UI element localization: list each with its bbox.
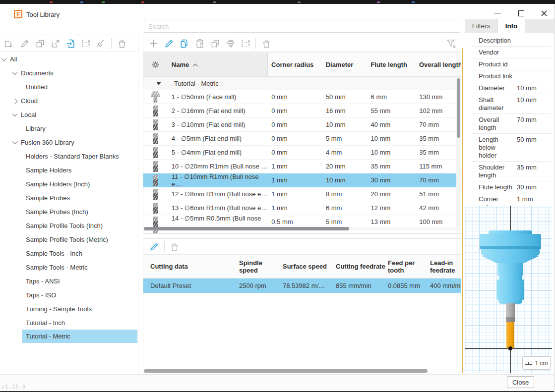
chevron-down-icon[interactable] — [12, 69, 17, 75]
new-library-icon[interactable] — [4, 38, 14, 49]
column-header-overall-length[interactable]: Overall length — [418, 53, 461, 76]
toolbar-divider — [164, 241, 165, 252]
duplicate-tool-icon[interactable] — [210, 39, 220, 49]
edit-preset-icon[interactable] — [149, 242, 159, 252]
face-mill-icon — [151, 91, 160, 103]
delete-tool-icon[interactable] — [261, 39, 271, 49]
tool-row-selected[interactable]: 11 - ∅10mm R1mm (Bull nose e… 1 mm 10 mm… — [143, 173, 461, 187]
tree-item-sample-tools-metric[interactable]: Sample Tools - Metric — [0, 260, 138, 274]
tool-group-row[interactable]: Tutorial - Metric — [143, 77, 461, 90]
library-tree: All Documents Untitled Cloud Local Libra… — [0, 52, 138, 374]
property-value: 10 mm — [515, 94, 551, 113]
column-header-diameter[interactable]: Diameter — [322, 53, 370, 76]
tool-row[interactable]: 3 - ∅10mm (Flat end mill) 0 mm 10 mm 40 … — [143, 118, 461, 132]
tool-tip-point — [508, 346, 512, 350]
column-header-name[interactable]: Name — [168, 53, 268, 76]
tree-item-sample-holders[interactable]: Sample Holders — [0, 163, 138, 177]
tool-row[interactable]: 5 - ∅4mm (Flat end mill) 0 mm 4 mm 10 mm… — [143, 146, 461, 160]
desktop-background-strip — [0, 0, 555, 4]
tree-item-documents[interactable]: Documents — [0, 66, 138, 80]
scrollbar-thumb[interactable] — [457, 78, 460, 138]
tab-filters[interactable]: Filters — [465, 19, 497, 33]
clear-filter-icon[interactable] — [446, 38, 457, 49]
toolbar-divider — [111, 38, 112, 49]
tree-item-tutorial-inch[interactable]: Tutorial - Inch — [0, 316, 138, 330]
chevron-down-icon[interactable] — [12, 139, 17, 144]
tree-item-cloud[interactable]: Cloud — [0, 94, 138, 108]
maximize-button[interactable] — [514, 8, 529, 19]
property-value: 10 mm — [515, 82, 551, 94]
tree-item-untitled[interactable]: Untitled — [0, 80, 138, 94]
tool-row[interactable]: 10 - ∅20mm R1mm (Bull nose … 1 mm 20 mm … — [143, 160, 461, 173]
column-settings-cell[interactable] — [143, 53, 168, 76]
renumber-tools-icon[interactable]: 1→62→7 — [81, 40, 90, 48]
preset-row-selected[interactable]: Default Preset 2500 rpm 78.53982 m/… 855… — [143, 279, 461, 293]
tool-table-vertical-scrollbar[interactable] — [456, 77, 461, 226]
tool-preview-canvas[interactable]: 1 cm — [465, 206, 552, 373]
property-label: Shoulder length — [472, 162, 515, 181]
tool-row[interactable]: 13 - ∅6mm R1mm (Bull nose e… 1 mm 6 mm 1… — [143, 201, 461, 215]
tree-item-fusion-360-library[interactable]: Fusion 360 Library — [0, 135, 138, 149]
tree-item-sample-probes[interactable]: Sample Probes — [0, 191, 138, 205]
tree-item-sample-probes-inch[interactable]: Sample Probes (Inch) — [0, 205, 138, 219]
tool-row[interactable]: 4 - ∅5mm (Flat end mill) 0 mm 5 mm 10 mm… — [143, 132, 461, 146]
cutting-data-section: Cutting data Spindle speed Surface speed… — [143, 238, 461, 373]
tree-item-library[interactable]: Library — [0, 121, 138, 135]
property-value — [515, 35, 551, 46]
tree-item-all[interactable]: All — [0, 52, 138, 66]
delete-library-icon[interactable] — [117, 39, 127, 49]
tree-item-holders-standard-taper-blanks[interactable]: Holders - Standard Taper Blanks — [0, 149, 138, 163]
scrollbar-thumb[interactable] — [144, 227, 349, 230]
property-label: Flute length — [472, 181, 515, 193]
gear-icon[interactable] — [151, 60, 160, 69]
edit-library-icon[interactable] — [20, 39, 30, 49]
export-library-icon[interactable] — [51, 39, 61, 49]
column-header-corner-radius[interactable]: Corner radius — [268, 53, 322, 76]
tab-info[interactable]: Info — [497, 19, 525, 33]
close-window-button[interactable] — [537, 8, 552, 19]
tool-row[interactable]: 1 - ∅50mm (Face mill) 0 mm 50 mm 6 mm 13… — [143, 90, 461, 104]
tree-item-sample-profile-tools-metric[interactable]: Sample Profile Tools (Metric) — [0, 232, 138, 246]
cutting-table-horizontal-scrollbar[interactable] — [144, 369, 428, 373]
tree-item-turning-sample-tools[interactable]: Turning - Sample Tools — [0, 302, 138, 316]
group-collapse-icon[interactable] — [156, 82, 161, 85]
right-panel-tabs: Filters Info — [465, 19, 555, 33]
end-mill-icon — [153, 161, 158, 172]
search-input[interactable] — [144, 20, 460, 33]
delete-preset-icon[interactable] — [170, 242, 180, 252]
chevron-down-icon[interactable] — [1, 56, 6, 61]
copy-tool-icon[interactable] — [180, 39, 189, 49]
tree-item-sample-holders-inch[interactable]: Sample Holders (Inch) — [0, 177, 138, 191]
chevron-right-icon[interactable] — [12, 99, 17, 104]
paste-tool-icon[interactable] — [195, 39, 205, 49]
tree-item-taps-ansi[interactable]: Taps - ANSI — [0, 274, 138, 288]
column-header-flute-length[interactable]: Flute length — [369, 53, 418, 76]
clean-library-icon[interactable] — [96, 39, 106, 49]
toolbar-divider — [255, 38, 256, 49]
tool-row[interactable]: 12 - ∅8mm R1mm (Bull nose e… 1 mm 8 mm 2… — [143, 187, 461, 201]
add-tool-icon[interactable] — [148, 38, 159, 49]
import-library-icon[interactable] — [66, 39, 76, 49]
end-mill-icon — [153, 230, 158, 234]
tree-item-local[interactable]: Local — [0, 108, 138, 121]
property-label: Diameter — [472, 82, 515, 94]
renumber-icon[interactable]: 1→62→7 — [241, 40, 250, 48]
tools-toolbar: 1→62→7 — [143, 35, 461, 52]
tree-item-taps-iso[interactable]: Taps - ISO — [0, 288, 138, 302]
tree-item-sample-tools-inch[interactable]: Sample Tools - Inch — [0, 246, 138, 260]
scale-indicator: 1 cm — [522, 356, 551, 370]
chevron-down-icon[interactable] — [12, 111, 17, 116]
close-button[interactable]: Close — [507, 376, 534, 388]
tool-table: Name Corner radius Diameter Flute length… — [143, 53, 461, 234]
tool-row[interactable]: 2 - ∅16mm (Flat end mill) 0 mm 16 mm 55 … — [143, 104, 461, 118]
new-holder-icon[interactable] — [226, 39, 236, 49]
property-label: Overall length — [472, 114, 515, 133]
tree-item-sample-profile-tools-inch[interactable]: Sample Profile Tools (Inch) — [0, 219, 138, 232]
edit-tool-icon[interactable] — [164, 39, 174, 49]
duplicate-library-icon[interactable] — [35, 39, 45, 49]
end-mill-icon — [153, 133, 158, 144]
minimize-button[interactable] — [490, 8, 505, 19]
tree-item-tutorial-metric-selected[interactable]: Tutorial - Metric — [22, 330, 137, 343]
property-value: 35 mm — [515, 162, 551, 181]
tool-table-horizontal-scrollbar[interactable] — [143, 227, 461, 230]
